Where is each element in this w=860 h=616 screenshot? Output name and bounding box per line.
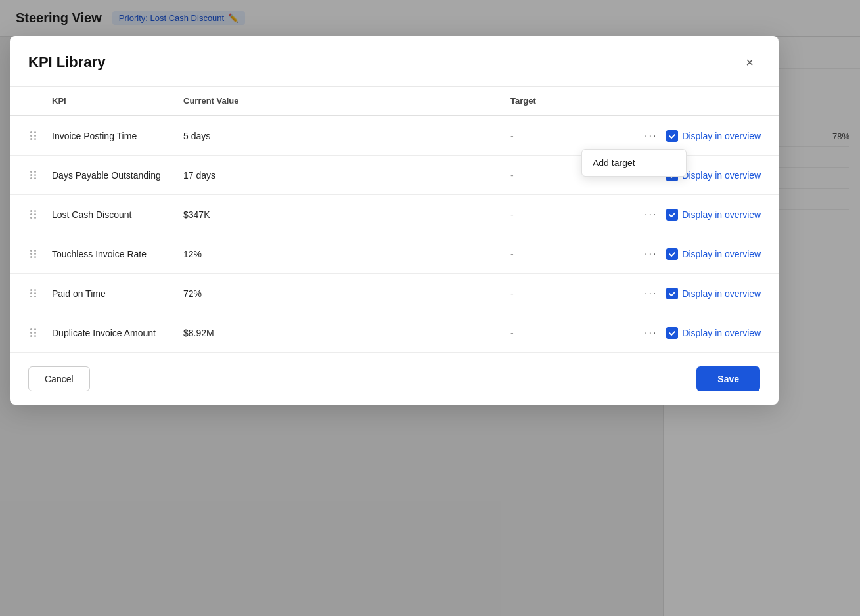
cancel-button[interactable]: Cancel: [28, 366, 90, 391]
kpi-actions: ··· Display in overview: [637, 322, 768, 344]
drag-handle: [20, 210, 47, 219]
modal-header: KPI Library ×: [10, 36, 779, 87]
kpi-actions: ··· Display in overview: [637, 204, 768, 226]
kpi-current-value: 17 days: [178, 167, 505, 183]
kpi-row-2: Lost Cash Discount $347K - ··· Display i…: [10, 195, 779, 234]
display-in-overview-toggle[interactable]: Display in overview: [666, 248, 761, 260]
drag-handle: [20, 131, 47, 140]
more-options-button[interactable]: ···: [642, 246, 660, 263]
kpi-target: -: [505, 286, 637, 301]
kpi-name: Days Payable Outstanding: [47, 167, 178, 183]
modal-title: KPI Library: [28, 54, 105, 71]
modal-footer: Cancel Save: [10, 353, 779, 405]
col-kpi: KPI: [47, 93, 178, 108]
checkbox-checked-icon: [666, 248, 678, 260]
kpi-name: Duplicate Invoice Amount: [47, 325, 178, 341]
kpi-name: Invoice Posting Time: [47, 128, 178, 144]
display-in-overview-label: Display in overview: [682, 131, 761, 141]
table-header: KPI Current Value Target: [10, 87, 779, 116]
drag-handle: [20, 250, 47, 258]
col-current-value: Current Value: [178, 93, 505, 108]
drag-handle: [20, 328, 47, 337]
kpi-target: -: [505, 207, 637, 223]
more-options-button[interactable]: ···: [642, 127, 660, 144]
kpi-row-5: Duplicate Invoice Amount $8.92M - ··· Di…: [10, 313, 779, 353]
kpi-current-value: 5 days: [178, 128, 505, 144]
checkbox-checked-icon: [666, 327, 678, 339]
kpi-current-value: $347K: [178, 207, 505, 223]
add-target-dropdown: Add target: [581, 149, 687, 177]
display-in-overview-label: Display in overview: [682, 328, 761, 338]
checkbox-checked-icon: [666, 288, 678, 299]
col-drag: [20, 93, 47, 108]
kpi-name: Lost Cash Discount: [47, 207, 178, 223]
kpi-row-0: Invoice Posting Time 5 days - ··· Displa…: [10, 116, 779, 156]
more-options-button[interactable]: ···: [642, 324, 660, 341]
kpi-row-4: Paid on Time 72% - ··· Display in overvi…: [10, 274, 779, 313]
more-options-button[interactable]: ···: [642, 206, 660, 223]
col-display: [637, 93, 768, 108]
col-target: Target: [505, 93, 637, 108]
kpi-target: -: [505, 246, 637, 262]
display-in-overview-label: Display in overview: [682, 288, 761, 299]
kpi-name: Paid on Time: [47, 286, 178, 301]
display-in-overview-label: Display in overview: [682, 249, 761, 259]
close-button[interactable]: ×: [739, 52, 760, 73]
drag-handle: [20, 289, 47, 297]
kpi-current-value: 12%: [178, 246, 505, 262]
drag-handle: [20, 171, 47, 179]
kpi-library-modal: KPI Library × KPI Current Value Target I…: [10, 36, 779, 405]
display-in-overview-toggle[interactable]: Display in overview: [666, 288, 761, 299]
display-in-overview-toggle[interactable]: Display in overview: [666, 209, 761, 221]
display-in-overview-toggle[interactable]: Display in overview: [666, 130, 761, 142]
kpi-target: -: [505, 325, 637, 341]
kpi-current-value: $8.92M: [178, 325, 505, 341]
add-target-option[interactable]: Add target: [582, 150, 686, 176]
checkbox-checked-icon: [666, 130, 678, 142]
more-options-button[interactable]: ···: [642, 285, 660, 302]
display-in-overview-toggle[interactable]: Display in overview: [666, 327, 761, 339]
kpi-name: Touchless Invoice Rate: [47, 246, 178, 262]
display-in-overview-label: Display in overview: [682, 170, 761, 181]
kpi-actions: ··· Display in overview: [637, 282, 768, 305]
checkbox-checked-icon: [666, 209, 678, 221]
kpi-current-value: 72%: [178, 286, 505, 301]
display-in-overview-label: Display in overview: [682, 209, 761, 220]
kpi-target: -: [505, 128, 637, 144]
kpi-actions: ··· Display in overview: [637, 125, 768, 147]
kpi-row-3: Touchless Invoice Rate 12% - ··· Display…: [10, 234, 779, 274]
save-button[interactable]: Save: [696, 366, 760, 391]
kpi-actions: ··· Display in overview: [637, 243, 768, 265]
kpi-table: KPI Current Value Target Invoice Posting…: [10, 87, 779, 353]
